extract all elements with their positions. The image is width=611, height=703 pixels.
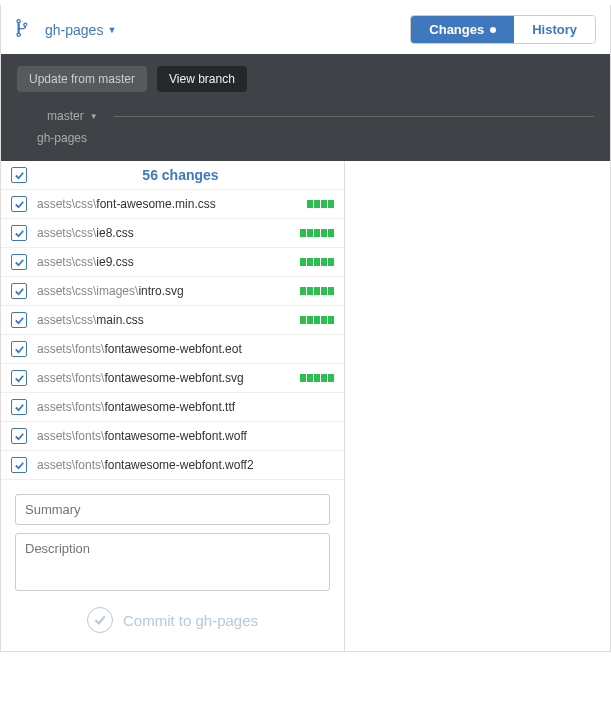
tab-changes-label: Changes (429, 22, 484, 37)
file-name: fontawesome-webfont.woff2 (104, 458, 253, 472)
file-checkbox[interactable] (11, 341, 27, 357)
file-row[interactable]: assets\fonts\fontawesome-webfont.woff2 (1, 451, 344, 480)
file-path: assets\fonts\fontawesome-webfont.woff2 (37, 458, 334, 472)
changes-count: 56 changes (27, 167, 334, 183)
compare-master-label: master (47, 106, 84, 128)
tab-changes[interactable]: Changes (411, 16, 514, 43)
file-row[interactable]: assets\css\images\intro.svg (1, 277, 344, 306)
content-wrap: 56 changes assets\css\font-awesome.min.c… (1, 161, 610, 651)
file-checkbox[interactable] (11, 428, 27, 444)
file-name: ie8.css (96, 226, 133, 240)
file-name: main.css (96, 313, 143, 327)
file-dir: assets\css\ (37, 197, 96, 211)
commit-section: Commit to gh-pages (1, 480, 344, 651)
file-name: intro.svg (138, 284, 183, 298)
branch-compare: master ▼ gh-pages (17, 106, 594, 161)
commit-button-label: Commit to gh-pages (123, 612, 258, 629)
update-from-master-button[interactable]: Update from master (17, 66, 147, 92)
select-all-checkbox[interactable] (11, 167, 27, 183)
chevron-down-icon: ▼ (107, 25, 116, 35)
file-checkbox[interactable] (11, 196, 27, 212)
file-dir: assets\css\ (37, 255, 96, 269)
file-row[interactable]: assets\fonts\fontawesome-webfont.eot (1, 335, 344, 364)
dark-toolbar: Update from master View branch master ▼ … (1, 54, 610, 161)
file-checkbox[interactable] (11, 225, 27, 241)
changes-panel: 56 changes assets\css\font-awesome.min.c… (1, 161, 345, 651)
file-checkbox[interactable] (11, 399, 27, 415)
file-path: assets\fonts\fontawesome-webfont.svg (37, 371, 300, 385)
top-bar-left: gh-pages ▼ (15, 19, 116, 41)
tab-history-label: History (532, 22, 577, 37)
file-path: assets\fonts\fontawesome-webfont.ttf (37, 400, 334, 414)
diff-indicator (300, 374, 334, 382)
file-name: fontawesome-webfont.woff (104, 429, 247, 443)
file-row[interactable]: assets\fonts\fontawesome-webfont.svg (1, 364, 344, 393)
top-bar: gh-pages ▼ Changes History (1, 5, 610, 54)
file-path: assets\css\font-awesome.min.css (37, 197, 307, 211)
tab-group: Changes History (410, 15, 596, 44)
file-checkbox[interactable] (11, 457, 27, 473)
file-dir: assets\fonts\ (37, 342, 104, 356)
file-row[interactable]: assets\css\ie8.css (1, 219, 344, 248)
file-row[interactable]: assets\css\main.css (1, 306, 344, 335)
diff-indicator (300, 229, 334, 237)
file-row[interactable]: assets\css\ie9.css (1, 248, 344, 277)
branch-name: gh-pages (45, 22, 103, 38)
diff-indicator (300, 258, 334, 266)
compare-master-row: master ▼ (37, 106, 594, 128)
file-row[interactable]: assets\fonts\fontawesome-webfont.ttf (1, 393, 344, 422)
chevron-down-icon: ▼ (90, 110, 98, 124)
file-dir: assets\css\ (37, 313, 96, 327)
file-path: assets\css\main.css (37, 313, 300, 327)
check-circle-icon (87, 607, 113, 633)
file-name: fontawesome-webfont.ttf (104, 400, 235, 414)
file-dir: assets\fonts\ (37, 400, 104, 414)
file-path: assets\fonts\fontawesome-webfont.woff (37, 429, 334, 443)
diff-indicator (307, 200, 334, 208)
compare-current-label: gh-pages (37, 128, 594, 150)
file-checkbox[interactable] (11, 312, 27, 328)
branch-icon (15, 19, 29, 41)
timeline-line (114, 116, 594, 117)
diff-indicator (300, 287, 334, 295)
file-checkbox[interactable] (11, 370, 27, 386)
file-path: assets\css\ie8.css (37, 226, 300, 240)
view-branch-button[interactable]: View branch (157, 66, 247, 92)
file-name: fontawesome-webfont.eot (104, 342, 241, 356)
app-window: gh-pages ▼ Changes History Update from m… (0, 5, 611, 652)
file-name: ie9.css (96, 255, 133, 269)
description-input[interactable] (15, 533, 330, 591)
file-name: font-awesome.min.css (96, 197, 215, 211)
file-dir: assets\fonts\ (37, 371, 104, 385)
branch-dropdown[interactable]: gh-pages ▼ (45, 22, 116, 38)
toolbar-buttons: Update from master View branch (17, 66, 594, 106)
file-name: fontawesome-webfont.svg (104, 371, 243, 385)
file-row[interactable]: assets\fonts\fontawesome-webfont.woff (1, 422, 344, 451)
summary-input[interactable] (15, 494, 330, 525)
file-dir: assets\fonts\ (37, 429, 104, 443)
file-list: assets\css\font-awesome.min.cssassets\cs… (1, 190, 344, 480)
file-dir: assets\fonts\ (37, 458, 104, 472)
file-dir: assets\css\ (37, 226, 96, 240)
diff-indicator (300, 316, 334, 324)
changes-header-row: 56 changes (1, 161, 344, 190)
file-checkbox[interactable] (11, 254, 27, 270)
file-path: assets\css\images\intro.svg (37, 284, 300, 298)
file-checkbox[interactable] (11, 283, 27, 299)
commit-button[interactable]: Commit to gh-pages (15, 595, 330, 637)
file-path: assets\fonts\fontawesome-webfont.eot (37, 342, 334, 356)
file-dir: assets\css\images\ (37, 284, 138, 298)
changes-indicator-dot (490, 27, 496, 33)
tab-history[interactable]: History (514, 16, 595, 43)
file-row[interactable]: assets\css\font-awesome.min.css (1, 190, 344, 219)
file-path: assets\css\ie9.css (37, 255, 300, 269)
